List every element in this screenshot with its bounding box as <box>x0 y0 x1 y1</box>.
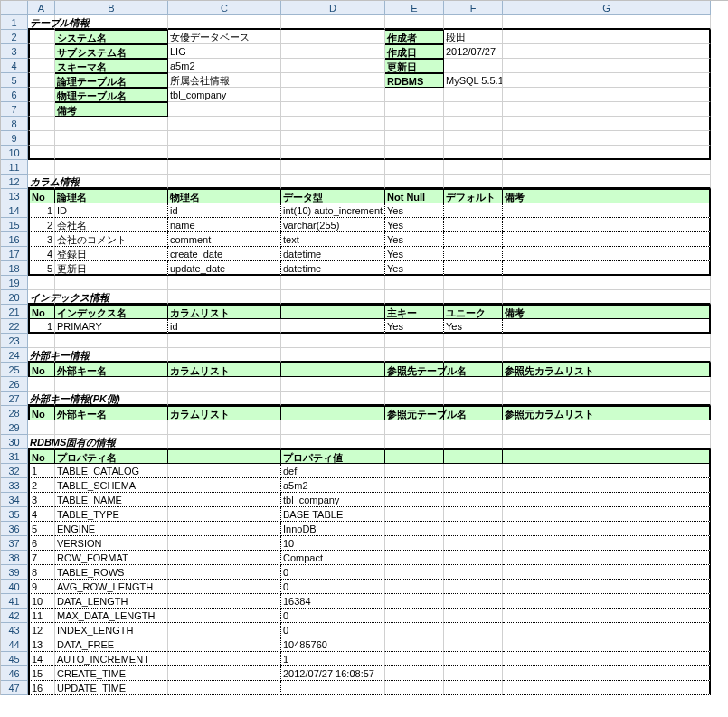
prop-val[interactable]: tbl_company <box>281 493 385 507</box>
prop-name[interactable]: ROW_FORMAT <box>55 551 168 565</box>
prop-name[interactable]: TABLE_CATALOG <box>55 464 168 478</box>
val-subsystem[interactable]: LIG <box>168 44 281 59</box>
col-default[interactable] <box>444 247 503 261</box>
prop-name[interactable]: TABLE_TYPE <box>55 507 168 522</box>
row-header-9[interactable]: 9 <box>1 131 28 146</box>
row-header-36[interactable]: 36 <box>1 522 28 536</box>
col-header-E[interactable]: E <box>385 1 444 15</box>
row-header-7[interactable]: 7 <box>1 102 28 117</box>
prop-name[interactable]: ENGINE <box>55 522 168 536</box>
prop-val[interactable]: 16384 <box>281 594 385 609</box>
prop-name[interactable]: INDEX_LENGTH <box>55 623 168 637</box>
row-header-16[interactable]: 16 <box>1 232 28 247</box>
prop-name[interactable]: DATA_FREE <box>55 637 168 652</box>
col-default[interactable] <box>444 218 503 232</box>
col-header-A[interactable]: A <box>28 1 55 15</box>
col-notnull[interactable]: Yes <box>385 261 444 276</box>
col-type[interactable]: datetime <box>281 247 385 261</box>
prop-val[interactable]: 1 <box>281 652 385 666</box>
prop-val[interactable]: 0 <box>281 609 385 623</box>
col-type[interactable]: int(10) auto_increment <box>281 203 385 218</box>
prop-name[interactable]: AUTO_INCREMENT <box>55 652 168 666</box>
val-logical[interactable]: 所属会社情報 <box>168 73 281 88</box>
row-header-2[interactable]: 2 <box>1 30 28 44</box>
row-header-35[interactable]: 35 <box>1 507 28 522</box>
prop-name[interactable]: VERSION <box>55 536 168 551</box>
col-remarks[interactable] <box>503 247 711 261</box>
row-header-31[interactable]: 31 <box>1 449 28 464</box>
row-header-27[interactable]: 27 <box>1 392 28 406</box>
idx-pk[interactable]: Yes <box>385 319 444 334</box>
prop-no[interactable]: 12 <box>28 623 55 637</box>
row-header-3[interactable]: 3 <box>1 44 28 59</box>
prop-name[interactable]: TABLE_SCHEMA <box>55 478 168 493</box>
row-header-15[interactable]: 15 <box>1 218 28 232</box>
row-header-32[interactable]: 32 <box>1 464 28 478</box>
col-logical[interactable]: 登録日 <box>55 247 168 261</box>
col-no[interactable]: 5 <box>28 261 55 276</box>
row-header-33[interactable]: 33 <box>1 478 28 493</box>
row-header-25[interactable]: 25 <box>1 363 28 377</box>
prop-no[interactable]: 14 <box>28 652 55 666</box>
col-physical[interactable]: id <box>168 203 281 218</box>
col-header-G[interactable]: G <box>503 1 711 15</box>
prop-no[interactable]: 6 <box>28 536 55 551</box>
prop-no[interactable]: 2 <box>28 478 55 493</box>
row-header-4[interactable]: 4 <box>1 59 28 73</box>
col-type[interactable]: datetime <box>281 261 385 276</box>
col-physical[interactable]: create_date <box>168 247 281 261</box>
col-remarks[interactable] <box>503 232 711 247</box>
row-header-41[interactable]: 41 <box>1 594 28 609</box>
row-header-8[interactable]: 8 <box>1 117 28 131</box>
row-header-37[interactable]: 37 <box>1 536 28 551</box>
col-logical[interactable]: 会社のコメント <box>55 232 168 247</box>
row-header-11[interactable]: 11 <box>1 160 28 175</box>
row-header-17[interactable]: 17 <box>1 247 28 261</box>
row-header-19[interactable]: 19 <box>1 276 28 290</box>
row-header-38[interactable]: 38 <box>1 551 28 565</box>
prop-val[interactable]: 10 <box>281 536 385 551</box>
row-header-34[interactable]: 34 <box>1 493 28 507</box>
col-no[interactable]: 3 <box>28 232 55 247</box>
prop-val[interactable]: a5m2 <box>281 478 385 493</box>
row-header-40[interactable]: 40 <box>1 580 28 594</box>
col-physical[interactable]: comment <box>168 232 281 247</box>
row-header-1[interactable]: 1 <box>1 15 28 30</box>
prop-val[interactable]: BASE TABLE <box>281 507 385 522</box>
col-logical[interactable]: 更新日 <box>55 261 168 276</box>
col-header-B[interactable]: B <box>55 1 168 15</box>
col-header-C[interactable]: C <box>168 1 281 15</box>
row-header-10[interactable]: 10 <box>1 146 28 160</box>
col-notnull[interactable]: Yes <box>385 232 444 247</box>
col-type[interactable]: varchar(255) <box>281 218 385 232</box>
row-header-46[interactable]: 46 <box>1 666 28 681</box>
prop-name[interactable]: UPDATE_TIME <box>55 681 168 695</box>
col-logical[interactable]: 会社名 <box>55 218 168 232</box>
idx-unique[interactable]: Yes <box>444 319 503 334</box>
col-default[interactable] <box>444 203 503 218</box>
val-system[interactable]: 女優データベース <box>168 30 281 44</box>
row-header-14[interactable]: 14 <box>1 203 28 218</box>
prop-val[interactable]: Compact <box>281 551 385 565</box>
col-default[interactable] <box>444 232 503 247</box>
row-header-21[interactable]: 21 <box>1 305 28 319</box>
col-logical[interactable]: ID <box>55 203 168 218</box>
prop-val[interactable]: 0 <box>281 580 385 594</box>
prop-name[interactable]: MAX_DATA_LENGTH <box>55 609 168 623</box>
row-header-45[interactable]: 45 <box>1 652 28 666</box>
col-remarks[interactable] <box>503 261 711 276</box>
row-header-13[interactable]: 13 <box>1 189 28 203</box>
prop-val[interactable]: 0 <box>281 623 385 637</box>
idx-name[interactable]: PRIMARY <box>55 319 168 334</box>
prop-no[interactable]: 10 <box>28 594 55 609</box>
row-header-44[interactable]: 44 <box>1 637 28 652</box>
row-header-42[interactable]: 42 <box>1 609 28 623</box>
row-header-23[interactable]: 23 <box>1 334 28 348</box>
prop-no[interactable]: 11 <box>28 609 55 623</box>
prop-no[interactable]: 8 <box>28 565 55 580</box>
row-header-18[interactable]: 18 <box>1 261 28 276</box>
col-notnull[interactable]: Yes <box>385 218 444 232</box>
row-header-20[interactable]: 20 <box>1 290 28 305</box>
val-date[interactable]: 2012/07/27 <box>444 44 503 59</box>
row-header-6[interactable]: 6 <box>1 88 28 102</box>
